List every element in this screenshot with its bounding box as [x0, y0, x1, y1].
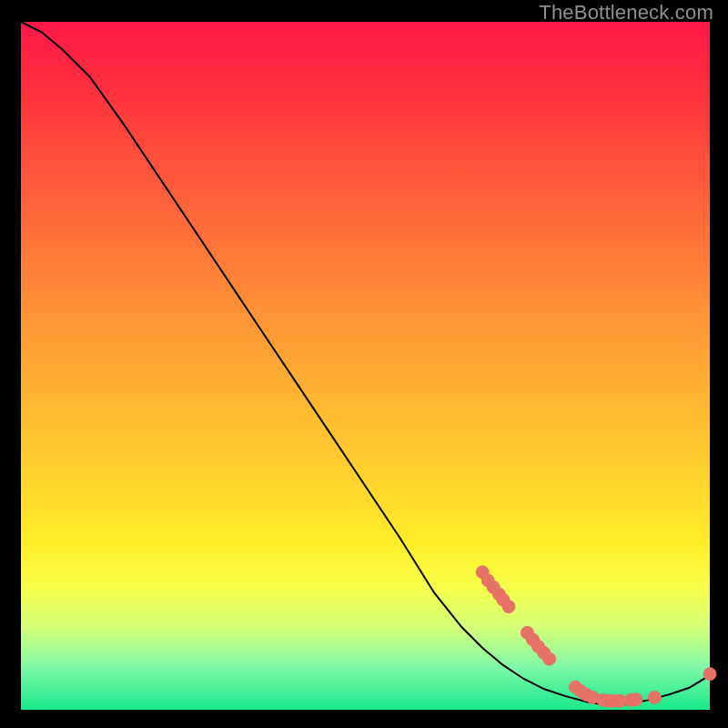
- data-point: [630, 693, 642, 706]
- watermark-text: TheBottleneck.com: [539, 1, 713, 25]
- data-point: [648, 691, 661, 703]
- data-point: [502, 601, 515, 613]
- chart-svg: [21, 22, 710, 710]
- chart-stage: TheBottleneck.com: [0, 0, 728, 728]
- bottleneck-curve: [21, 22, 710, 705]
- data-point: [543, 652, 556, 665]
- chart-data-points: [476, 566, 716, 707]
- data-point: [703, 668, 716, 681]
